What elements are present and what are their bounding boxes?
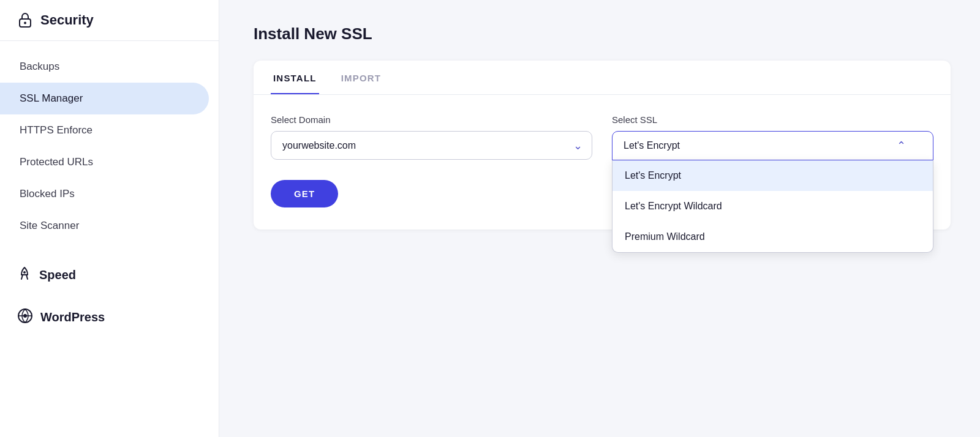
- ssl-selected-value: Let's Encrypt: [624, 140, 680, 151]
- wordpress-title: WordPress: [40, 310, 105, 324]
- ssl-option-premium-wildcard[interactable]: Premium Wildcard: [612, 222, 933, 252]
- speed-section[interactable]: Speed: [0, 252, 219, 293]
- sidebar-item-ssl-manager[interactable]: SSL Manager: [0, 83, 209, 114]
- ssl-display[interactable]: Let's Encrypt ⌃: [612, 131, 933, 160]
- form-area: Select Domain yourwebsite.com ⌄ Select S…: [254, 95, 951, 230]
- page-title: Install New SSL: [254, 24, 951, 43]
- sidebar-nav: Backups SSL Manager HTTPS Enforce Protec…: [0, 41, 219, 252]
- svg-point-2: [23, 271, 26, 274]
- tab-install[interactable]: INSTALL: [271, 61, 319, 94]
- domain-label: Select Domain: [271, 114, 592, 125]
- ssl-option-lets-encrypt[interactable]: Let's Encrypt: [612, 160, 933, 191]
- sidebar-item-https-enforce[interactable]: HTTPS Enforce: [0, 114, 219, 146]
- ssl-option-lets-encrypt-wildcard[interactable]: Let's Encrypt Wildcard: [612, 191, 933, 222]
- sidebar-item-backups[interactable]: Backups: [0, 51, 219, 83]
- ssl-dropdown: Let's Encrypt Let's Encrypt Wildcard Pre…: [612, 160, 933, 253]
- domain-group: Select Domain yourwebsite.com ⌄: [271, 114, 592, 160]
- ssl-group: Select SSL Let's Encrypt ⌃ Let's Encrypt…: [612, 114, 933, 160]
- speed-title: Speed: [39, 268, 76, 282]
- wordpress-icon: [17, 308, 33, 326]
- domain-select[interactable]: yourwebsite.com: [271, 131, 592, 160]
- lock-icon: [17, 12, 33, 28]
- ssl-chevron-icon: ⌃: [897, 140, 906, 151]
- main-content: Install New SSL INSTALL IMPORT Select Do…: [219, 0, 980, 437]
- sidebar-title: Security: [40, 12, 94, 28]
- sidebar-item-protected-urls[interactable]: Protected URLs: [0, 146, 219, 178]
- rocket-icon: [17, 266, 32, 283]
- tabs: INSTALL IMPORT: [254, 61, 951, 95]
- ssl-label: Select SSL: [612, 114, 933, 125]
- sidebar-item-blocked-ips[interactable]: Blocked IPs: [0, 178, 219, 210]
- sidebar: Security Backups SSL Manager HTTPS Enfor…: [0, 0, 219, 437]
- sidebar-item-site-scanner[interactable]: Site Scanner: [0, 210, 219, 242]
- tab-import[interactable]: IMPORT: [339, 61, 384, 94]
- form-row: Select Domain yourwebsite.com ⌄ Select S…: [271, 114, 933, 160]
- install-ssl-card: INSTALL IMPORT Select Domain yourwebsite…: [254, 61, 951, 230]
- svg-point-1: [24, 22, 26, 24]
- domain-select-wrapper: yourwebsite.com ⌄: [271, 131, 592, 160]
- sidebar-header: Security: [0, 0, 219, 41]
- wordpress-section[interactable]: WordPress: [0, 293, 219, 336]
- ssl-select-wrapper: Let's Encrypt ⌃ Let's Encrypt Let's Encr…: [612, 131, 933, 160]
- get-button[interactable]: GET: [271, 180, 338, 207]
